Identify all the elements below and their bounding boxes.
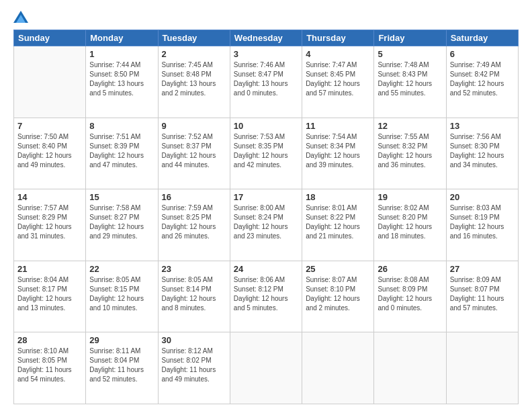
day-info: Sunrise: 8:04 AM Sunset: 8:17 PM Dayligh… xyxy=(17,275,82,313)
day-number: 16 xyxy=(162,192,226,202)
day-info: Sunrise: 7:48 AM Sunset: 8:43 PM Dayligh… xyxy=(378,60,442,98)
day-number: 13 xyxy=(450,121,515,131)
weekday-header-sunday: Sunday xyxy=(14,30,86,46)
calendar-cell: 23Sunrise: 8:05 AM Sunset: 8:14 PM Dayli… xyxy=(158,261,230,332)
day-number: 11 xyxy=(306,121,370,131)
calendar-table: SundayMondayTuesdayWednesdayThursdayFrid… xyxy=(13,30,519,404)
logo-icon xyxy=(13,11,28,23)
calendar-cell: 11Sunrise: 7:54 AM Sunset: 8:34 PM Dayli… xyxy=(302,118,374,189)
calendar-cell: 7Sunrise: 7:50 AM Sunset: 8:40 PM Daylig… xyxy=(14,118,86,189)
weekday-header-thursday: Thursday xyxy=(302,30,374,46)
calendar-cell: 29Sunrise: 8:11 AM Sunset: 8:04 PM Dayli… xyxy=(86,332,158,404)
calendar-week-row: 21Sunrise: 8:04 AM Sunset: 8:17 PM Dayli… xyxy=(14,261,519,332)
calendar-cell: 5Sunrise: 7:48 AM Sunset: 8:43 PM Daylig… xyxy=(374,46,446,118)
day-info: Sunrise: 7:54 AM Sunset: 8:34 PM Dayligh… xyxy=(306,132,370,170)
calendar-cell xyxy=(446,332,518,404)
day-number: 25 xyxy=(306,264,370,274)
day-number: 17 xyxy=(234,192,298,202)
day-info: Sunrise: 8:05 AM Sunset: 8:14 PM Dayligh… xyxy=(162,275,226,313)
day-number: 7 xyxy=(17,121,82,131)
day-number: 26 xyxy=(378,264,442,274)
header xyxy=(13,11,519,23)
calendar-cell: 1Sunrise: 7:44 AM Sunset: 8:50 PM Daylig… xyxy=(86,46,158,118)
calendar-cell: 6Sunrise: 7:49 AM Sunset: 8:42 PM Daylig… xyxy=(446,46,518,118)
day-number: 6 xyxy=(450,49,515,59)
calendar-cell: 19Sunrise: 8:02 AM Sunset: 8:20 PM Dayli… xyxy=(374,189,446,261)
calendar-cell: 22Sunrise: 8:05 AM Sunset: 8:15 PM Dayli… xyxy=(86,261,158,332)
day-number: 29 xyxy=(89,335,154,345)
day-number: 1 xyxy=(89,49,154,59)
calendar-week-row: 14Sunrise: 7:57 AM Sunset: 8:29 PM Dayli… xyxy=(14,189,519,261)
day-info: Sunrise: 7:53 AM Sunset: 8:35 PM Dayligh… xyxy=(234,132,298,170)
day-number: 21 xyxy=(17,264,82,274)
day-info: Sunrise: 7:44 AM Sunset: 8:50 PM Dayligh… xyxy=(89,60,154,98)
calendar-cell: 28Sunrise: 8:10 AM Sunset: 8:05 PM Dayli… xyxy=(14,332,86,404)
calendar-week-row: 7Sunrise: 7:50 AM Sunset: 8:40 PM Daylig… xyxy=(14,118,519,189)
calendar-cell: 25Sunrise: 8:07 AM Sunset: 8:10 PM Dayli… xyxy=(302,261,374,332)
day-info: Sunrise: 7:58 AM Sunset: 8:27 PM Dayligh… xyxy=(89,203,154,241)
day-info: Sunrise: 7:47 AM Sunset: 8:45 PM Dayligh… xyxy=(306,60,370,98)
day-info: Sunrise: 7:50 AM Sunset: 8:40 PM Dayligh… xyxy=(17,132,82,170)
calendar-cell: 30Sunrise: 8:12 AM Sunset: 8:02 PM Dayli… xyxy=(158,332,230,404)
calendar-cell: 9Sunrise: 7:52 AM Sunset: 8:37 PM Daylig… xyxy=(158,118,230,189)
day-info: Sunrise: 8:10 AM Sunset: 8:05 PM Dayligh… xyxy=(17,347,82,384)
calendar-cell: 10Sunrise: 7:53 AM Sunset: 8:35 PM Dayli… xyxy=(230,118,302,189)
calendar-cell: 4Sunrise: 7:47 AM Sunset: 8:45 PM Daylig… xyxy=(302,46,374,118)
day-info: Sunrise: 8:03 AM Sunset: 8:19 PM Dayligh… xyxy=(450,203,515,241)
day-info: Sunrise: 7:46 AM Sunset: 8:47 PM Dayligh… xyxy=(234,60,298,98)
calendar-cell xyxy=(230,332,302,404)
calendar-cell: 2Sunrise: 7:45 AM Sunset: 8:48 PM Daylig… xyxy=(158,46,230,118)
calendar-cell: 12Sunrise: 7:55 AM Sunset: 8:32 PM Dayli… xyxy=(374,118,446,189)
day-info: Sunrise: 7:56 AM Sunset: 8:30 PM Dayligh… xyxy=(450,132,515,170)
calendar-cell: 17Sunrise: 8:00 AM Sunset: 8:24 PM Dayli… xyxy=(230,189,302,261)
calendar-cell: 24Sunrise: 8:06 AM Sunset: 8:12 PM Dayli… xyxy=(230,261,302,332)
day-info: Sunrise: 7:49 AM Sunset: 8:42 PM Dayligh… xyxy=(450,60,515,98)
day-info: Sunrise: 8:07 AM Sunset: 8:10 PM Dayligh… xyxy=(306,275,370,313)
day-number: 5 xyxy=(378,49,442,59)
day-number: 19 xyxy=(378,192,442,202)
day-number: 27 xyxy=(450,264,515,274)
calendar-cell: 8Sunrise: 7:51 AM Sunset: 8:39 PM Daylig… xyxy=(86,118,158,189)
calendar-cell: 16Sunrise: 7:59 AM Sunset: 8:25 PM Dayli… xyxy=(158,189,230,261)
weekday-header-monday: Monday xyxy=(86,30,158,46)
day-info: Sunrise: 7:57 AM Sunset: 8:29 PM Dayligh… xyxy=(17,203,82,241)
day-info: Sunrise: 7:55 AM Sunset: 8:32 PM Dayligh… xyxy=(378,132,442,170)
calendar-cell xyxy=(302,332,374,404)
calendar-cell: 27Sunrise: 8:09 AM Sunset: 8:07 PM Dayli… xyxy=(446,261,518,332)
weekday-header-tuesday: Tuesday xyxy=(158,30,230,46)
calendar-cell xyxy=(14,46,86,118)
calendar-cell: 20Sunrise: 8:03 AM Sunset: 8:19 PM Dayli… xyxy=(446,189,518,261)
day-number: 30 xyxy=(162,335,226,345)
calendar-cell: 15Sunrise: 7:58 AM Sunset: 8:27 PM Dayli… xyxy=(86,189,158,261)
day-number: 23 xyxy=(162,264,226,274)
day-number: 20 xyxy=(450,192,515,202)
day-number: 15 xyxy=(89,192,154,202)
logo-text xyxy=(13,11,30,23)
day-number: 9 xyxy=(162,121,226,131)
day-info: Sunrise: 8:11 AM Sunset: 8:04 PM Dayligh… xyxy=(89,347,154,384)
day-info: Sunrise: 8:05 AM Sunset: 8:15 PM Dayligh… xyxy=(89,275,154,313)
day-number: 28 xyxy=(17,335,82,345)
calendar-cell: 18Sunrise: 8:01 AM Sunset: 8:22 PM Dayli… xyxy=(302,189,374,261)
page: SundayMondayTuesdayWednesdayThursdayFrid… xyxy=(0,0,532,411)
day-info: Sunrise: 7:51 AM Sunset: 8:39 PM Dayligh… xyxy=(89,132,154,170)
calendar-cell: 14Sunrise: 7:57 AM Sunset: 8:29 PM Dayli… xyxy=(14,189,86,261)
day-number: 3 xyxy=(234,49,298,59)
weekday-header-friday: Friday xyxy=(374,30,446,46)
day-info: Sunrise: 7:59 AM Sunset: 8:25 PM Dayligh… xyxy=(162,203,226,241)
weekday-header-row: SundayMondayTuesdayWednesdayThursdayFrid… xyxy=(14,30,519,46)
weekday-header-wednesday: Wednesday xyxy=(230,30,302,46)
day-number: 4 xyxy=(306,49,370,59)
day-info: Sunrise: 8:01 AM Sunset: 8:22 PM Dayligh… xyxy=(306,203,370,241)
day-number: 22 xyxy=(89,264,154,274)
calendar-cell: 13Sunrise: 7:56 AM Sunset: 8:30 PM Dayli… xyxy=(446,118,518,189)
calendar-cell xyxy=(374,332,446,404)
day-number: 2 xyxy=(162,49,226,59)
day-number: 14 xyxy=(17,192,82,202)
day-info: Sunrise: 7:45 AM Sunset: 8:48 PM Dayligh… xyxy=(162,60,226,98)
calendar-week-row: 1Sunrise: 7:44 AM Sunset: 8:50 PM Daylig… xyxy=(14,46,519,118)
day-info: Sunrise: 8:08 AM Sunset: 8:09 PM Dayligh… xyxy=(378,275,442,313)
day-info: Sunrise: 8:06 AM Sunset: 8:12 PM Dayligh… xyxy=(234,275,298,313)
day-number: 24 xyxy=(234,264,298,274)
logo xyxy=(13,11,30,23)
